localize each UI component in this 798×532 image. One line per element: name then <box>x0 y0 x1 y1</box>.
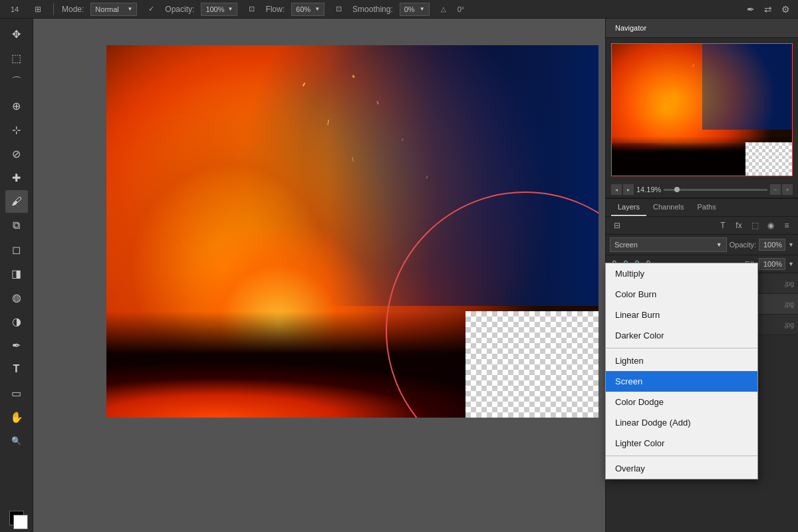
mode-dropdown[interactable]: Normal ▼ <box>90 3 137 16</box>
heal-tool[interactable]: ✚ <box>5 166 28 189</box>
brush-size-indicator: 14 <box>5 0 24 19</box>
layer-ext-1: .jpg <box>783 280 794 287</box>
flow-label: Flow: <box>265 5 285 14</box>
zoom-bar: ◂ ▸ 14.19% − + <box>606 182 798 198</box>
smoothing-arrow: ▼ <box>420 6 425 12</box>
mask-icon[interactable]: ◉ <box>765 219 777 231</box>
blue-overlay <box>328 45 598 306</box>
blend-item-darker-color[interactable]: Darker Color <box>606 325 757 346</box>
zoom-level: 14.19% <box>636 186 661 194</box>
mode-dropdown-arrow: ▼ <box>127 6 132 12</box>
pen-tool[interactable]: ✒ <box>5 334 28 356</box>
navigator-preview[interactable] <box>611 43 793 176</box>
eraser-tool[interactable]: ◻ <box>5 238 28 261</box>
clone-tool[interactable]: ⧉ <box>5 214 28 237</box>
mode-value: Normal <box>95 5 118 13</box>
opacity-pressure-icon[interactable]: ⊡ <box>244 2 259 17</box>
lasso-tool[interactable]: ⌒ <box>5 70 28 93</box>
navigator-panel: Navigator ◂ ▸ 14. <box>606 19 798 199</box>
zoom-slider[interactable] <box>664 189 767 191</box>
left-tool-panel: ✥ ⬚ ⌒ ⊕ ⊹ ⊘ ✚ 🖌 ⧉ ◻ ◨ ◍ ◑ ✒ T ▭ ✋ 🔍 <box>0 19 33 532</box>
opacity-dropdown-arrow[interactable]: ▼ <box>788 241 794 248</box>
pen-icon[interactable]: ✒ <box>743 2 758 17</box>
marquee-tool[interactable]: ⬚ <box>5 47 28 69</box>
blend-mode-dropdown[interactable]: Screen ▼ <box>610 237 727 252</box>
hand-tool[interactable]: ✋ <box>5 406 28 428</box>
airbrush-icon[interactable]: ✓ <box>144 2 158 17</box>
blend-dropdown-menu[interactable]: Multiply Color Burn Linear Burn Darker C… <box>605 263 758 479</box>
blend-item-lighter-color[interactable]: Lighter Color <box>606 433 757 454</box>
blend-separator-2 <box>606 456 757 456</box>
nav-left-arrow[interactable]: ◂ <box>611 184 622 195</box>
symmetry-icon[interactable]: ⇄ <box>761 2 775 17</box>
eyedropper-tool[interactable]: ⊘ <box>5 142 28 165</box>
flow-dropdown[interactable]: 60% ▼ <box>291 3 325 16</box>
tab-channels[interactable]: Channels <box>646 199 690 216</box>
layer-ext-2: .jpg <box>783 301 794 308</box>
smoothing-label: Smoothing: <box>352 5 393 14</box>
crop-tool[interactable]: ⊹ <box>5 118 28 141</box>
zoom-out-btn[interactable]: − <box>770 184 781 195</box>
navigator-header: Navigator <box>606 19 798 38</box>
tab-layers[interactable]: Layers <box>611 199 646 216</box>
brush-toggle-icon[interactable]: ⊞ <box>31 2 45 17</box>
zoom-in-btn[interactable]: + <box>782 184 793 195</box>
blend-item-multiply[interactable]: Multiply <box>606 263 757 284</box>
brush-size-label: 14 <box>11 5 19 13</box>
nav-dark-bottom-2 <box>612 142 745 176</box>
opacity-field[interactable]: 100% <box>759 239 785 251</box>
gradient-tool[interactable]: ◨ <box>5 262 28 285</box>
mode-label: Mode: <box>62 5 84 14</box>
foreground-color[interactable] <box>9 511 24 525</box>
adjustment-icon[interactable]: ⬚ <box>749 219 761 231</box>
canvas-image[interactable] <box>106 45 598 418</box>
layers-controls: Screen ▼ Opacity: 100% ▼ <box>606 235 798 255</box>
smoothing-value: 0% <box>404 5 415 13</box>
blur-tool[interactable]: ◍ <box>5 286 28 309</box>
blend-item-color-dodge[interactable]: Color Dodge <box>606 392 757 412</box>
opacity-arrow: ▼ <box>227 6 233 12</box>
zoom-slider-thumb <box>674 187 680 192</box>
opacity-control: Opacity: 100% ▼ <box>730 239 794 251</box>
layers-icons-row: ⊟ T fx ⬚ ◉ ≡ <box>606 217 798 235</box>
shape-tool[interactable]: ▭ <box>5 382 28 404</box>
options-icon[interactable]: ≡ <box>781 219 793 231</box>
nav-transparent <box>745 142 792 176</box>
dodge-tool[interactable]: ◑ <box>5 310 28 332</box>
quick-select-tool[interactable]: ⊕ <box>5 94 28 117</box>
blend-item-lighten[interactable]: Lighten <box>606 350 757 371</box>
layer-ext-3: .jpg <box>783 321 794 329</box>
blend-mode-arrow: ▼ <box>716 241 722 248</box>
toolbar-separator-1 <box>53 3 54 15</box>
background-color[interactable] <box>13 515 28 529</box>
flow-value: 60% <box>296 5 311 13</box>
brush-tool[interactable]: 🖌 <box>5 190 28 213</box>
blend-item-linear-burn[interactable]: Linear Burn <box>606 305 757 325</box>
angle-value: 0° <box>458 5 465 13</box>
blend-item-screen[interactable]: Screen <box>606 371 757 392</box>
move-tool[interactable]: ✥ <box>5 23 28 45</box>
nav-arrows: ◂ ▸ <box>611 184 634 195</box>
opacity-label: Opacity: <box>165 5 194 14</box>
blend-item-color-burn[interactable]: Color Burn <box>606 284 757 305</box>
blend-item-linear-dodge[interactable]: Linear Dodge (Add) <box>606 412 757 433</box>
nav-spark-2 <box>711 76 712 79</box>
fx-icon[interactable]: fx <box>733 219 745 231</box>
tab-paths[interactable]: Paths <box>691 199 723 216</box>
flow-pressure-icon[interactable]: ⊡ <box>331 2 346 17</box>
blend-item-overlay[interactable]: Overlay <box>606 458 757 479</box>
nav-right-arrow[interactable]: ▸ <box>623 184 634 195</box>
type-tool[interactable]: T <box>5 358 28 380</box>
filter-icon[interactable]: ⊟ <box>611 219 623 231</box>
navigator-tab[interactable]: Navigator <box>612 23 649 33</box>
smoothing-dropdown[interactable]: 0% ▼ <box>400 3 430 16</box>
blend-mode-value: Screen <box>614 241 638 249</box>
fill-field[interactable]: 100% <box>759 258 785 270</box>
type-layer-icon[interactable]: T <box>717 219 729 231</box>
settings-icon[interactable]: ⚙ <box>778 2 793 17</box>
fill-arrow[interactable]: ▼ <box>788 261 794 267</box>
canvas-area[interactable] <box>33 19 605 532</box>
nav-zoom-arrows: − + <box>770 184 793 195</box>
opacity-dropdown[interactable]: 100% ▼ <box>201 3 237 16</box>
zoom-tool[interactable]: 🔍 <box>5 430 28 452</box>
